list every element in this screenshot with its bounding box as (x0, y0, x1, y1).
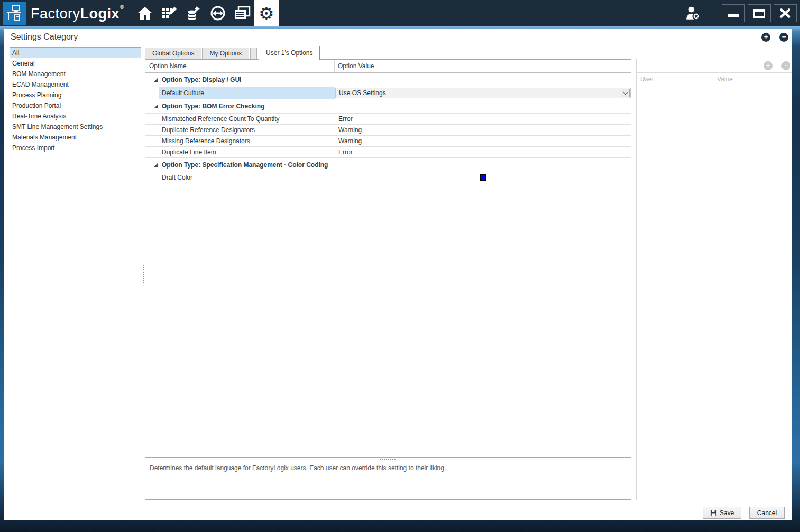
window-frame: Settings Category + − AllGeneralBOM Mana… (0, 26, 800, 532)
close-button[interactable] (774, 4, 797, 22)
sidebar-item-ecad-management[interactable]: ECAD Management (10, 79, 141, 90)
option-group-label: Option Type: Specification Management - … (162, 161, 328, 169)
color-swatch[interactable] (480, 174, 486, 181)
main-nav: ⚙ (133, 0, 279, 26)
save-button-label: Save (720, 509, 734, 517)
options-table: Option Name Option Value Option Type: Di… (145, 59, 631, 458)
chevron-glyph (623, 90, 627, 94)
option-group-header-option-type-display-gui[interactable]: Option Type: Display / GUI (145, 73, 631, 87)
home-button[interactable] (133, 0, 157, 26)
options-main: Global OptionsMy OptionsUser 1's Options… (145, 45, 631, 458)
option-group-header-option-type-specification-management-color-coding[interactable]: Option Type: Specification Management - … (145, 158, 631, 172)
settings-category-list: AllGeneralBOM ManagementECAD ManagementP… (10, 47, 141, 500)
option-name-cell: Mismatched Reference Count To Quantity (159, 114, 335, 124)
collapse-triangle-icon (154, 104, 158, 108)
option-group-header-option-type-bom-error-checking[interactable]: Option Type: BOM Error Checking (145, 99, 631, 114)
save-button[interactable]: Save (703, 507, 741, 519)
sidebar-item-production-portal[interactable]: Production Portal (10, 100, 141, 111)
app-title-light: Factory (31, 6, 80, 22)
page-title: Settings Category (11, 32, 78, 42)
row-indent (145, 172, 159, 183)
user-x-icon (685, 5, 702, 21)
tab-global-options[interactable]: Global Options (145, 48, 201, 59)
sidebar-item-process-planning[interactable]: Process Planning (10, 90, 141, 100)
option-value-cell[interactable]: Use OS Settings (335, 87, 631, 99)
settings-page: Settings Category + − AllGeneralBOM Mana… (4, 29, 792, 520)
tab-my-options[interactable]: My Options (202, 48, 249, 59)
column-header-value[interactable]: Value (713, 73, 792, 86)
app-title: FactoryLogix® (31, 4, 124, 22)
floppy-disk-icon (710, 509, 717, 516)
row-indent (145, 147, 159, 157)
sync-button[interactable] (206, 0, 230, 26)
option-value-cell[interactable] (335, 172, 631, 183)
materials-button[interactable] (181, 0, 206, 26)
option-row-missing-reference-designators[interactable]: Missing Reference DesignatorsWarning (145, 136, 631, 147)
sidebar-item-process-import[interactable]: Process Import (10, 143, 141, 153)
overrides-table-header: User Value (637, 72, 792, 86)
option-row-duplicate-line-item[interactable]: Duplicate Line ItemError (145, 147, 631, 158)
row-indent (145, 87, 159, 99)
add-override-button[interactable]: + (764, 61, 773, 70)
option-value-cell[interactable]: Warning (335, 125, 631, 135)
chevron-down-icon[interactable] (621, 89, 630, 97)
option-name-cell: Default Culture (159, 87, 335, 99)
row-indent (145, 114, 159, 124)
option-value-text: Error (338, 115, 353, 123)
column-header-option-name[interactable]: Option Name (145, 60, 335, 72)
cancel-button-label: Cancel (757, 509, 777, 517)
row-indent (145, 136, 159, 146)
column-header-option-value[interactable]: Option Value (335, 60, 631, 72)
option-row-draft-color[interactable]: Draft Color (145, 172, 631, 183)
titlebar: FactoryLogix® (0, 0, 800, 26)
option-value-dropdown[interactable]: Use OS Settings (335, 88, 631, 98)
logout-user-button[interactable] (682, 2, 705, 25)
factorylogix-window: { "titlebar": { "logo_light": "Factory",… (0, 0, 800, 532)
collapse-triangle-icon (154, 163, 158, 167)
option-group-label: Option Type: Display / GUI (162, 76, 241, 83)
database-arrow-icon (185, 5, 202, 21)
documents-button[interactable] (230, 0, 254, 26)
option-value-text: Warning (338, 126, 362, 134)
sidebar-item-general[interactable]: General (10, 58, 141, 69)
remove-category-button[interactable]: − (779, 33, 788, 42)
documents-icon (233, 5, 251, 21)
maximize-button[interactable] (748, 4, 771, 22)
option-value-cell[interactable]: Error (335, 147, 631, 157)
app-logo (3, 2, 26, 25)
add-category-button[interactable]: + (761, 33, 770, 42)
grid-pencil-icon (161, 5, 178, 21)
close-icon (779, 8, 792, 18)
sidebar-item-smt-line-management-settings[interactable]: SMT Line Management Settings (10, 122, 141, 132)
splitter-grip[interactable] (143, 265, 144, 283)
cancel-button[interactable]: Cancel (749, 507, 785, 519)
sidebar-item-real-time-analysis[interactable]: Real-Time Analysis (10, 111, 141, 122)
splitter-grip[interactable] (379, 459, 397, 460)
user-overrides-panel: + − User Value (636, 59, 792, 500)
collapse-triangle-icon (154, 78, 158, 82)
option-value-text: Warning (338, 137, 362, 145)
sidebar-item-all[interactable]: All (10, 48, 141, 58)
gear-icon: ⚙ (259, 5, 274, 22)
trademark: ® (120, 4, 124, 10)
option-group-label: Option Type: BOM Error Checking (162, 102, 264, 110)
remove-override-button[interactable]: − (781, 61, 790, 70)
tab-spacer (250, 48, 257, 59)
sidebar-item-materials-management[interactable]: Materials Management (10, 132, 141, 143)
process-planning-button[interactable] (157, 0, 181, 26)
option-value-cell[interactable]: Error (335, 114, 631, 124)
option-row-default-culture[interactable]: Default CultureUse OS Settings (145, 87, 631, 99)
settings-button[interactable]: ⚙ (254, 0, 279, 26)
minimize-button[interactable] (722, 4, 745, 22)
option-row-mismatched-reference-count-to-quantity[interactable]: Mismatched Reference Count To QuantityEr… (145, 114, 631, 125)
desk-icon (5, 4, 23, 22)
column-header-user[interactable]: User (637, 73, 713, 86)
maximize-icon (753, 9, 765, 18)
tab-user-1-s-options[interactable]: User 1's Options (259, 46, 320, 60)
sidebar-item-bom-management[interactable]: BOM Management (10, 69, 141, 79)
option-row-duplicate-reference-designators[interactable]: Duplicate Reference DesignatorsWarning (145, 125, 631, 136)
sync-arrows-icon (209, 5, 226, 21)
titlebar-right (682, 2, 800, 25)
option-value-cell[interactable]: Warning (335, 136, 631, 146)
option-value-text: Error (338, 148, 353, 156)
